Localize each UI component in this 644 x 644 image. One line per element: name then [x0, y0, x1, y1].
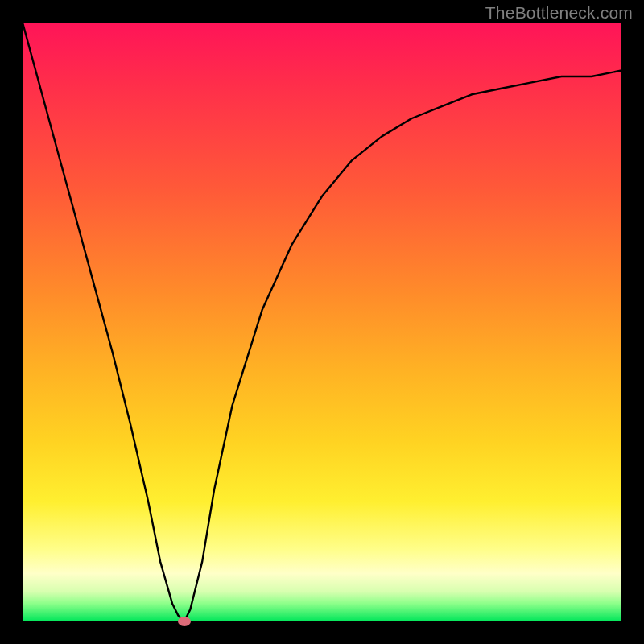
bottleneck-curve — [23, 23, 621, 621]
plot-area — [23, 23, 621, 621]
chart-frame: TheBottleneck.com — [0, 0, 644, 644]
watermark-text: TheBottleneck.com — [485, 3, 633, 23]
